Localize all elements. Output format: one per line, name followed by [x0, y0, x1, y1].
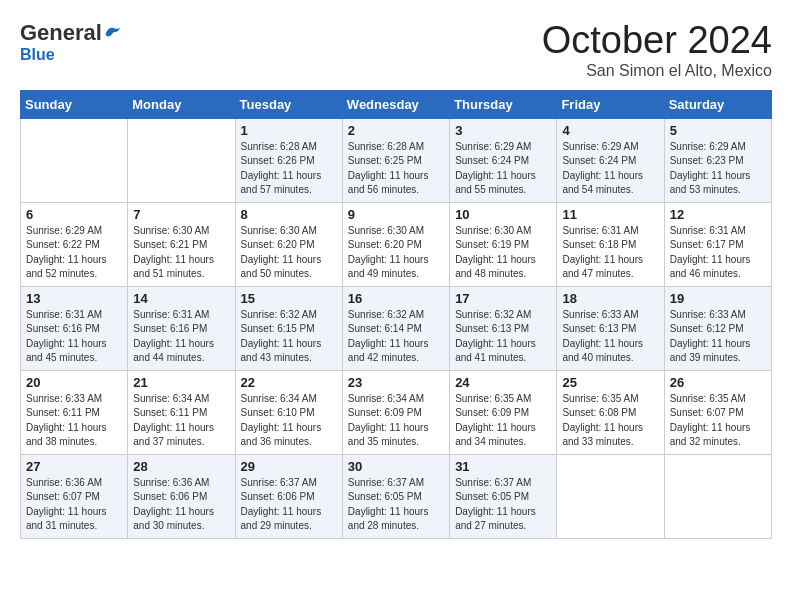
day-number: 25	[562, 375, 658, 390]
calendar-week-row: 27Sunrise: 6:36 AM Sunset: 6:07 PM Dayli…	[21, 454, 772, 538]
calendar-cell: 10Sunrise: 6:30 AM Sunset: 6:19 PM Dayli…	[450, 202, 557, 286]
calendar-week-row: 6Sunrise: 6:29 AM Sunset: 6:22 PM Daylig…	[21, 202, 772, 286]
calendar-cell: 4Sunrise: 6:29 AM Sunset: 6:24 PM Daylig…	[557, 118, 664, 202]
weekday-header-tuesday: Tuesday	[235, 90, 342, 118]
day-info: Sunrise: 6:28 AM Sunset: 6:25 PM Dayligh…	[348, 140, 444, 198]
calendar-week-row: 20Sunrise: 6:33 AM Sunset: 6:11 PM Dayli…	[21, 370, 772, 454]
calendar-table: SundayMondayTuesdayWednesdayThursdayFrid…	[20, 90, 772, 539]
weekday-header-saturday: Saturday	[664, 90, 771, 118]
day-number: 3	[455, 123, 551, 138]
day-number: 23	[348, 375, 444, 390]
calendar-cell: 6Sunrise: 6:29 AM Sunset: 6:22 PM Daylig…	[21, 202, 128, 286]
day-number: 24	[455, 375, 551, 390]
logo-general-text: General	[20, 20, 102, 46]
day-info: Sunrise: 6:31 AM Sunset: 6:18 PM Dayligh…	[562, 224, 658, 282]
calendar-cell	[128, 118, 235, 202]
day-info: Sunrise: 6:35 AM Sunset: 6:07 PM Dayligh…	[670, 392, 766, 450]
day-number: 17	[455, 291, 551, 306]
day-info: Sunrise: 6:29 AM Sunset: 6:22 PM Dayligh…	[26, 224, 122, 282]
day-info: Sunrise: 6:34 AM Sunset: 6:10 PM Dayligh…	[241, 392, 337, 450]
day-info: Sunrise: 6:32 AM Sunset: 6:14 PM Dayligh…	[348, 308, 444, 366]
day-number: 20	[26, 375, 122, 390]
day-number: 11	[562, 207, 658, 222]
calendar-cell: 18Sunrise: 6:33 AM Sunset: 6:13 PM Dayli…	[557, 286, 664, 370]
calendar-cell	[664, 454, 771, 538]
day-info: Sunrise: 6:32 AM Sunset: 6:15 PM Dayligh…	[241, 308, 337, 366]
day-info: Sunrise: 6:37 AM Sunset: 6:06 PM Dayligh…	[241, 476, 337, 534]
day-info: Sunrise: 6:28 AM Sunset: 6:26 PM Dayligh…	[241, 140, 337, 198]
day-info: Sunrise: 6:29 AM Sunset: 6:23 PM Dayligh…	[670, 140, 766, 198]
day-number: 26	[670, 375, 766, 390]
day-number: 6	[26, 207, 122, 222]
day-number: 29	[241, 459, 337, 474]
calendar-week-row: 1Sunrise: 6:28 AM Sunset: 6:26 PM Daylig…	[21, 118, 772, 202]
calendar-cell: 31Sunrise: 6:37 AM Sunset: 6:05 PM Dayli…	[450, 454, 557, 538]
calendar-cell: 13Sunrise: 6:31 AM Sunset: 6:16 PM Dayli…	[21, 286, 128, 370]
day-info: Sunrise: 6:31 AM Sunset: 6:16 PM Dayligh…	[133, 308, 229, 366]
day-info: Sunrise: 6:30 AM Sunset: 6:19 PM Dayligh…	[455, 224, 551, 282]
day-number: 13	[26, 291, 122, 306]
day-number: 22	[241, 375, 337, 390]
day-number: 1	[241, 123, 337, 138]
calendar-cell: 23Sunrise: 6:34 AM Sunset: 6:09 PM Dayli…	[342, 370, 449, 454]
day-info: Sunrise: 6:33 AM Sunset: 6:13 PM Dayligh…	[562, 308, 658, 366]
day-info: Sunrise: 6:36 AM Sunset: 6:07 PM Dayligh…	[26, 476, 122, 534]
weekday-header-row: SundayMondayTuesdayWednesdayThursdayFrid…	[21, 90, 772, 118]
day-info: Sunrise: 6:37 AM Sunset: 6:05 PM Dayligh…	[455, 476, 551, 534]
day-number: 31	[455, 459, 551, 474]
day-number: 21	[133, 375, 229, 390]
calendar-cell	[21, 118, 128, 202]
logo-blue-text: Blue	[20, 46, 55, 64]
calendar-cell: 27Sunrise: 6:36 AM Sunset: 6:07 PM Dayli…	[21, 454, 128, 538]
calendar-cell: 24Sunrise: 6:35 AM Sunset: 6:09 PM Dayli…	[450, 370, 557, 454]
day-info: Sunrise: 6:34 AM Sunset: 6:11 PM Dayligh…	[133, 392, 229, 450]
day-info: Sunrise: 6:35 AM Sunset: 6:08 PM Dayligh…	[562, 392, 658, 450]
day-info: Sunrise: 6:37 AM Sunset: 6:05 PM Dayligh…	[348, 476, 444, 534]
weekday-header-wednesday: Wednesday	[342, 90, 449, 118]
calendar-cell: 20Sunrise: 6:33 AM Sunset: 6:11 PM Dayli…	[21, 370, 128, 454]
calendar-cell: 22Sunrise: 6:34 AM Sunset: 6:10 PM Dayli…	[235, 370, 342, 454]
day-number: 2	[348, 123, 444, 138]
page-header: General Blue October 2024 San Simon el A…	[20, 20, 772, 80]
day-info: Sunrise: 6:32 AM Sunset: 6:13 PM Dayligh…	[455, 308, 551, 366]
calendar-week-row: 13Sunrise: 6:31 AM Sunset: 6:16 PM Dayli…	[21, 286, 772, 370]
calendar-cell: 9Sunrise: 6:30 AM Sunset: 6:20 PM Daylig…	[342, 202, 449, 286]
calendar-cell: 11Sunrise: 6:31 AM Sunset: 6:18 PM Dayli…	[557, 202, 664, 286]
calendar-cell: 12Sunrise: 6:31 AM Sunset: 6:17 PM Dayli…	[664, 202, 771, 286]
day-info: Sunrise: 6:30 AM Sunset: 6:20 PM Dayligh…	[348, 224, 444, 282]
day-info: Sunrise: 6:30 AM Sunset: 6:20 PM Dayligh…	[241, 224, 337, 282]
calendar-cell: 17Sunrise: 6:32 AM Sunset: 6:13 PM Dayli…	[450, 286, 557, 370]
day-info: Sunrise: 6:33 AM Sunset: 6:12 PM Dayligh…	[670, 308, 766, 366]
day-info: Sunrise: 6:34 AM Sunset: 6:09 PM Dayligh…	[348, 392, 444, 450]
calendar-cell	[557, 454, 664, 538]
day-number: 10	[455, 207, 551, 222]
day-info: Sunrise: 6:33 AM Sunset: 6:11 PM Dayligh…	[26, 392, 122, 450]
calendar-cell: 2Sunrise: 6:28 AM Sunset: 6:25 PM Daylig…	[342, 118, 449, 202]
day-number: 19	[670, 291, 766, 306]
month-title: October 2024	[542, 20, 772, 62]
calendar-cell: 26Sunrise: 6:35 AM Sunset: 6:07 PM Dayli…	[664, 370, 771, 454]
location: San Simon el Alto, Mexico	[542, 62, 772, 80]
weekday-header-monday: Monday	[128, 90, 235, 118]
calendar-cell: 19Sunrise: 6:33 AM Sunset: 6:12 PM Dayli…	[664, 286, 771, 370]
logo-bird-icon	[104, 24, 122, 42]
calendar-cell: 7Sunrise: 6:30 AM Sunset: 6:21 PM Daylig…	[128, 202, 235, 286]
calendar-cell: 3Sunrise: 6:29 AM Sunset: 6:24 PM Daylig…	[450, 118, 557, 202]
weekday-header-friday: Friday	[557, 90, 664, 118]
day-number: 8	[241, 207, 337, 222]
calendar-cell: 8Sunrise: 6:30 AM Sunset: 6:20 PM Daylig…	[235, 202, 342, 286]
calendar-cell: 25Sunrise: 6:35 AM Sunset: 6:08 PM Dayli…	[557, 370, 664, 454]
calendar-cell: 16Sunrise: 6:32 AM Sunset: 6:14 PM Dayli…	[342, 286, 449, 370]
day-info: Sunrise: 6:31 AM Sunset: 6:17 PM Dayligh…	[670, 224, 766, 282]
day-info: Sunrise: 6:29 AM Sunset: 6:24 PM Dayligh…	[562, 140, 658, 198]
day-number: 18	[562, 291, 658, 306]
weekday-header-thursday: Thursday	[450, 90, 557, 118]
day-info: Sunrise: 6:30 AM Sunset: 6:21 PM Dayligh…	[133, 224, 229, 282]
calendar-cell: 30Sunrise: 6:37 AM Sunset: 6:05 PM Dayli…	[342, 454, 449, 538]
calendar-cell: 29Sunrise: 6:37 AM Sunset: 6:06 PM Dayli…	[235, 454, 342, 538]
calendar-cell: 28Sunrise: 6:36 AM Sunset: 6:06 PM Dayli…	[128, 454, 235, 538]
day-number: 7	[133, 207, 229, 222]
weekday-header-sunday: Sunday	[21, 90, 128, 118]
calendar-cell: 5Sunrise: 6:29 AM Sunset: 6:23 PM Daylig…	[664, 118, 771, 202]
day-number: 5	[670, 123, 766, 138]
